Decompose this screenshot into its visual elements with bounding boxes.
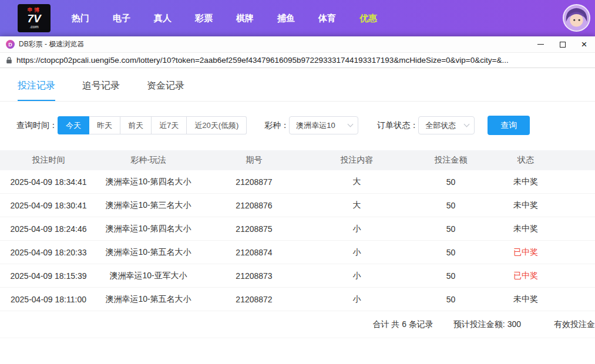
lottery-filter-label: 彩种： [264,120,289,131]
cell-amount: 50 [405,201,496,210]
order-status-select[interactable]: 全部状态 [418,116,475,134]
nav-item-fishing[interactable]: 捕鱼 [265,13,307,24]
maximize-button[interactable] [552,36,573,52]
tab-chase-records[interactable]: 追号记录 [82,80,120,101]
nav-item-promotions[interactable]: 优惠 [348,13,389,24]
col-amount: 投注金额 [405,155,496,166]
minimize-button[interactable] [530,36,552,52]
cell-bet-time: 2025-04-09 18:30:41 [0,201,97,210]
logo-main-text: 7V [27,13,41,25]
nav-item-chess[interactable]: 棋牌 [224,13,265,24]
cell-content: 小 [308,294,405,305]
cell-content: 大 [308,177,405,187]
cell-amount: 50 [405,224,496,234]
cell-content: 小 [308,271,405,281]
record-tabs: 投注记录 追号记录 资金记录 [0,68,595,102]
time-option-today[interactable]: 今天 [58,116,89,134]
cell-game: 澳洲幸运10-第三名大小 [97,200,200,211]
address-bar[interactable]: https://ctopcp02pcali.uengi5e.com/lotter… [0,52,595,68]
cell-issue: 21208876 [200,201,308,210]
table-row: 2025-04-09 18:30:41 澳洲幸运10-第三名大小 2120887… [0,194,595,217]
cell-amount: 50 [405,248,496,257]
close-icon: × [581,39,587,49]
cell-issue: 21208873 [200,271,308,281]
cell-issue: 21208874 [200,248,308,257]
minimize-icon [537,44,544,45]
table-row: 2025-04-09 18:34:41 澳洲幸运10-第四名大小 2120887… [0,170,595,194]
col-status: 状态 [496,155,555,166]
summary-valid-amount: 有效投注金 [554,319,595,330]
col-game: 彩种-玩法 [97,155,200,166]
col-content: 投注内容 [308,155,405,166]
cell-bet-time: 2025-04-09 18:20:33 [0,248,97,257]
table-summary: 合计 共 6 条记录 预计投注金额: 300 有效投注金 [0,311,595,338]
window-controls: × [530,36,595,52]
cell-amount: 50 [405,271,496,281]
cell-bet-time: 2025-04-09 18:24:46 [0,224,97,234]
time-range-segment: 今天 昨天 前天 近7天 近20天(低频) [58,116,247,134]
time-option-yesterday[interactable]: 昨天 [89,116,120,134]
cell-issue: 21208877 [200,177,308,187]
cell-content: 小 [308,247,405,258]
nav-item-electronic[interactable]: 电子 [101,13,142,24]
page-content: 投注记录 追号记录 资金记录 查询时间： 今天 昨天 前天 近7天 近20天(低… [0,68,595,364]
lock-icon [6,56,12,64]
cell-game: 澳洲幸运10-第五名大小 [97,294,200,305]
table-row: 2025-04-09 18:15:39 澳洲幸运10-亚军大小 21208873… [0,264,595,288]
user-avatar[interactable] [563,4,590,32]
nav-item-sports[interactable]: 体育 [307,13,348,24]
col-bet-time: 投注时间 [0,155,97,166]
nav-item-live[interactable]: 真人 [142,13,183,24]
table-row: 2025-04-09 18:24:46 澳洲幸运10-第四名大小 2120887… [0,217,595,241]
time-option-7days[interactable]: 近7天 [152,116,187,134]
logo-suffix-text: .com [29,25,38,29]
table-header: 投注时间 彩种-玩法 期号 投注内容 投注金额 状态 [0,150,595,170]
cell-issue: 21208872 [200,295,308,304]
window-title: DB彩票 - 极速浏览器 [19,39,84,49]
browser-window: D DB彩票 - 极速浏览器 × https://ctopcp02pcali.u… [0,36,595,364]
tab-fund-records[interactable]: 资金记录 [147,80,184,101]
cell-status: 已中奖 [496,271,555,281]
cell-content: 小 [308,224,405,234]
chevron-down-icon [348,122,354,127]
table-row: 2025-04-09 18:11:00 澳洲幸运10-第五名大小 2120887… [0,288,595,311]
site-logo[interactable]: 申博 7V .com [18,4,51,32]
time-filter-label: 查询时间： [16,120,58,131]
filter-bar: 查询时间： 今天 昨天 前天 近7天 近20天(低频) 彩种： 澳洲幸运10 订… [16,116,595,135]
site-header: 申博 7V .com 热门 电子 真人 彩票 棋牌 捕鱼 体育 优惠 [0,0,595,36]
maximize-icon [560,42,566,48]
cell-status: 未中奖 [496,224,555,234]
cell-game: 澳洲幸运10-亚军大小 [97,271,200,281]
cell-bet-time: 2025-04-09 18:34:41 [0,177,97,187]
lottery-select-value: 澳洲幸运10 [296,120,335,131]
cell-game: 澳洲幸运10-第五名大小 [97,247,200,258]
status-filter-label: 订单状态： [377,120,418,131]
cell-issue: 21208875 [200,224,308,234]
main-nav: 热门 电子 真人 彩票 棋牌 捕鱼 体育 优惠 [60,13,389,24]
search-button[interactable]: 查询 [488,116,530,135]
cell-content: 大 [308,200,405,211]
cell-game: 澳洲幸运10-第四名大小 [97,177,200,187]
summary-expected-amount: 预计投注金额: 300 [453,319,521,330]
chevron-down-icon [464,122,470,127]
cell-status: 未中奖 [496,200,555,211]
cell-amount: 50 [405,177,496,187]
status-select-value: 全部状态 [425,120,456,131]
table-row: 2025-04-09 18:20:33 澳洲幸运10-第五名大小 2120887… [0,241,595,264]
url-text[interactable]: https://ctopcp02pcali.uengi5e.com/lotter… [16,56,509,65]
summary-total: 合计 共 6 条记录 [372,319,433,330]
cell-status: 未中奖 [496,177,555,187]
time-option-20days[interactable]: 近20天(低频) [187,116,247,134]
nav-item-hot[interactable]: 热门 [60,13,101,24]
cell-bet-time: 2025-04-09 18:11:00 [0,295,97,304]
nav-item-lottery[interactable]: 彩票 [183,13,224,24]
close-button[interactable]: × [573,36,595,52]
window-titlebar[interactable]: D DB彩票 - 极速浏览器 × [0,36,595,52]
cell-amount: 50 [405,295,496,304]
app-icon: D [6,40,15,49]
col-issue: 期号 [200,155,308,166]
time-option-day-before[interactable]: 前天 [120,116,152,134]
cell-status: 未中奖 [496,294,555,305]
tab-bet-records[interactable]: 投注记录 [18,80,55,101]
lottery-select[interactable]: 澳洲幸运10 [289,116,358,134]
